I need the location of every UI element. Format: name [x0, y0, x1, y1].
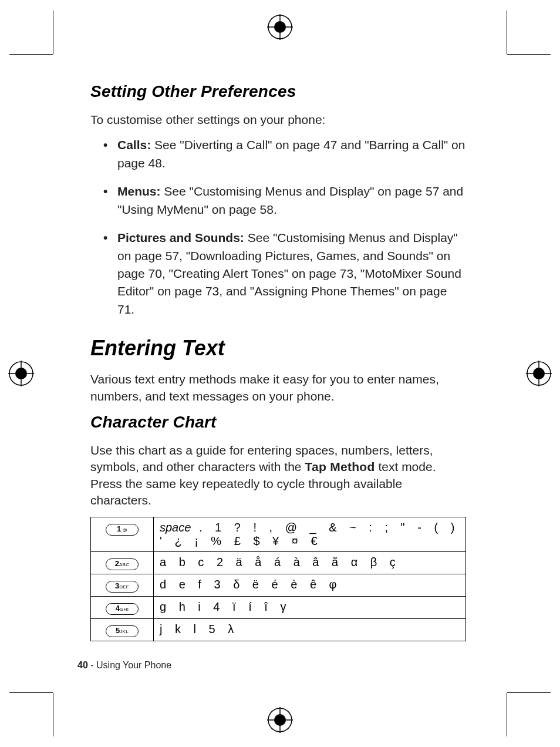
key-cell: 2ABC — [91, 552, 154, 574]
characters-cell: d e f 3 δ ë é è ê φ — [154, 574, 466, 597]
crop-line — [507, 54, 551, 55]
bullet-lead: Calls: — [117, 138, 151, 152]
characters-cell: j k l 5 λ — [154, 619, 466, 641]
bullet-calls: Calls: See "Diverting a Call" on page 47… — [90, 136, 466, 172]
characters-cell: g h i 4 ï í î γ — [154, 597, 466, 619]
bullet-lead: Pictures and Sounds: — [117, 231, 244, 244]
crop-line — [9, 54, 53, 55]
table-row: 2ABCa b c 2 ä å á à â ã α β ç — [91, 552, 466, 574]
keycap-icon: 3DEF — [106, 581, 139, 593]
bullet-text: See "Diverting a Call" on page 47 and "B… — [117, 138, 465, 169]
tap-method-label: Tap Method — [305, 460, 375, 473]
keycap-icon: 2ABC — [106, 558, 139, 570]
key-cell: 1.@ — [91, 517, 154, 552]
crop-line — [507, 11, 507, 54]
key-cell: 5JKL — [91, 619, 154, 641]
heading-character-chart: Character Chart — [90, 413, 466, 432]
bullet-lead: Menus: — [117, 184, 161, 198]
keycap-icon: 1.@ — [106, 524, 139, 536]
crop-line — [53, 11, 53, 54]
registration-mark-bottom — [267, 707, 293, 733]
table-row: 5JKLj k l 5 λ — [91, 619, 466, 641]
heading-entering-text: Entering Text — [90, 336, 466, 361]
page-footer: 40 - Using Your Phone — [77, 660, 171, 671]
key-cell: 3DEF — [91, 574, 154, 597]
preferences-bullet-list: Calls: See "Diverting a Call" on page 47… — [90, 136, 466, 318]
registration-mark-top — [267, 14, 293, 40]
table-row: 4GHIg h i 4 ï í î γ — [91, 597, 466, 619]
table-row: 1.@space . 1 ? ! , @ _ & ~ : ; " - ( ) '… — [91, 517, 466, 552]
character-chart-table: 1.@space . 1 ? ! , @ _ & ~ : ; " - ( ) '… — [90, 517, 466, 641]
footer-section-label: - Using Your Phone — [88, 660, 171, 670]
characters-cell: space . 1 ? ! , @ _ & ~ : ; " - ( ) ' ¿ … — [154, 517, 466, 552]
page-number: 40 — [77, 660, 88, 670]
bullet-pictures-sounds: Pictures and Sounds: See "Customising Me… — [90, 229, 466, 318]
crop-line — [507, 693, 507, 736]
keycap-icon: 5JKL — [106, 625, 139, 637]
page: Setting Other Preferences To customise o… — [0, 0, 560, 747]
registration-mark-left — [8, 361, 34, 386]
bullet-text: See "Customising Menus and Display" on p… — [117, 184, 463, 216]
paragraph-prefs-intro: To customise other settings on your phon… — [90, 112, 466, 128]
bullet-menus: Menus: See "Customising Menus and Displa… — [90, 183, 466, 218]
crop-line — [507, 692, 551, 693]
table-row: 3DEFd e f 3 δ ë é è ê φ — [91, 574, 466, 597]
heading-setting-other-preferences: Setting Other Preferences — [90, 82, 466, 101]
registration-mark-right — [526, 361, 552, 386]
key-cell: 4GHI — [91, 597, 154, 619]
content-area: Setting Other Preferences To customise o… — [90, 82, 466, 641]
crop-line — [53, 693, 53, 736]
paragraph-chart-intro: Use this chart as a guide for entering s… — [90, 442, 466, 509]
characters-cell: a b c 2 ä å á à â ã α β ç — [154, 552, 466, 574]
paragraph-entering-intro: Various text entry methods make it easy … — [90, 371, 466, 405]
crop-line — [9, 692, 53, 693]
keycap-icon: 4GHI — [106, 603, 139, 615]
